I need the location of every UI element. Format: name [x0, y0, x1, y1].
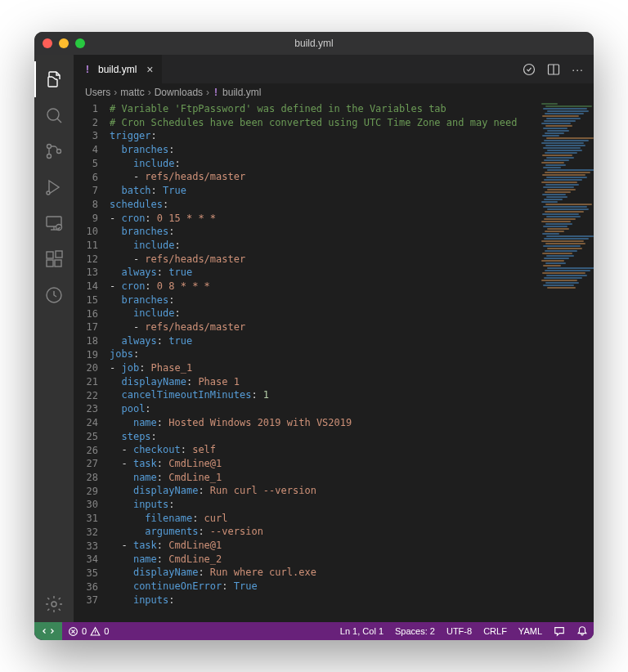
- run-validate-icon[interactable]: [523, 63, 536, 76]
- error-count: 0: [82, 626, 87, 636]
- svg-point-4: [47, 191, 50, 195]
- tab-build-yml[interactable]: ! build.yml ×: [74, 55, 163, 83]
- breadcrumb-segment[interactable]: mattc: [120, 87, 144, 98]
- svg-rect-10: [56, 251, 62, 258]
- tab-bar: ! build.yml × ···: [74, 55, 594, 83]
- indentation-button[interactable]: Spaces: 2: [389, 622, 441, 640]
- svg-rect-8: [47, 260, 53, 267]
- chevron-right-icon: ›: [114, 87, 117, 98]
- azure-pipelines-icon[interactable]: [34, 277, 74, 313]
- more-actions-icon[interactable]: ···: [572, 63, 584, 76]
- close-tab-icon[interactable]: ×: [146, 63, 153, 76]
- code-area[interactable]: # Variable 'FtpPassword' was defined in …: [110, 101, 594, 622]
- yaml-file-icon: !: [213, 87, 219, 98]
- cursor-position[interactable]: Ln 1, Col 1: [334, 622, 389, 640]
- svg-point-12: [52, 602, 56, 607]
- split-editor-icon[interactable]: [547, 63, 560, 76]
- yaml-file-icon: !: [82, 64, 93, 75]
- svg-point-13: [524, 64, 535, 74]
- breadcrumb-segment[interactable]: Users: [85, 87, 110, 98]
- extensions-icon[interactable]: [34, 241, 74, 277]
- titlebar[interactable]: build.yml: [34, 32, 594, 55]
- editor[interactable]: 1234567891011121314151617181920212223242…: [74, 101, 594, 622]
- explorer-icon[interactable]: [34, 61, 74, 97]
- settings-gear-icon[interactable]: [34, 586, 74, 622]
- svg-point-3: [57, 150, 61, 154]
- language-mode-button[interactable]: YAML: [513, 622, 548, 640]
- traffic-lights: [43, 38, 85, 48]
- close-window-button[interactable]: [43, 38, 52, 48]
- chevron-right-icon: ›: [148, 87, 151, 98]
- breadcrumb-segment[interactable]: Downloads: [155, 87, 203, 98]
- vscode-window: build.yml: [34, 32, 594, 640]
- svg-point-1: [47, 145, 52, 149]
- svg-rect-7: [47, 252, 53, 258]
- eol-button[interactable]: CRLF: [478, 622, 513, 640]
- problems-button[interactable]: 0 0: [62, 622, 114, 640]
- breadcrumbs[interactable]: Users › mattc › Downloads › ! build.yml: [74, 83, 594, 101]
- window-title: build.yml: [294, 38, 333, 49]
- remote-explorer-icon[interactable]: [34, 205, 74, 241]
- svg-point-2: [47, 155, 52, 159]
- encoding-button[interactable]: UTF-8: [441, 622, 478, 640]
- source-control-icon[interactable]: [34, 133, 74, 169]
- activity-bar: [34, 55, 74, 622]
- tab-label: build.yml: [98, 64, 137, 75]
- svg-point-0: [47, 109, 59, 120]
- minimap[interactable]: [536, 101, 594, 622]
- breadcrumb-segment[interactable]: build.yml: [222, 87, 261, 98]
- chevron-right-icon: ›: [206, 87, 209, 98]
- search-icon[interactable]: [34, 97, 74, 133]
- line-number-gutter: 1234567891011121314151617181920212223242…: [74, 101, 110, 622]
- status-bar: 0 0 Ln 1, Col 1 Spaces: 2 UTF-8 CRLF YAM…: [34, 622, 594, 640]
- editor-actions: ···: [513, 55, 594, 83]
- run-debug-icon[interactable]: [34, 169, 74, 205]
- svg-rect-9: [55, 260, 61, 267]
- feedback-icon[interactable]: [548, 622, 571, 640]
- remote-button[interactable]: [34, 622, 62, 640]
- zoom-window-button[interactable]: [75, 38, 85, 48]
- notifications-icon[interactable]: [571, 622, 594, 640]
- minimize-window-button[interactable]: [59, 38, 69, 48]
- warning-count: 0: [104, 626, 109, 636]
